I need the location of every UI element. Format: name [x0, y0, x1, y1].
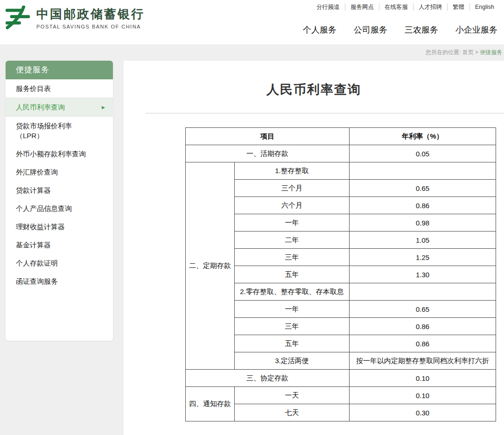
- main-content: 人民币利率查询 项目 年利率（%） 一、活期存款 0.05 二、定期存款 1.整…: [124, 61, 504, 435]
- nav-small-business-services[interactable]: 小企业服务: [455, 24, 497, 35]
- nav-rural-services[interactable]: 三农服务: [405, 24, 438, 35]
- link-service-outlets[interactable]: 服务网点: [345, 3, 379, 11]
- bank-logo[interactable]: 中国邮政储蓄银行 POSTAL SAVINGS BANK OF CHINA: [5, 6, 145, 30]
- rate-cell: 0.86: [350, 335, 496, 352]
- col-header-annual-rate: 年利率（%）: [350, 128, 496, 145]
- utility-links: 分行频道 服务网点 在线客服 人才招聘 繁體 English: [311, 3, 499, 11]
- link-traditional-chinese[interactable]: 繁體: [447, 3, 469, 11]
- nav-personal-services[interactable]: 个人服务: [303, 24, 336, 35]
- sidebar-item-wealth-income-calculator[interactable]: 理财收益计算器: [6, 218, 113, 236]
- rate-cell: [350, 162, 496, 180]
- breadcrumb: 您所在的位置: 首页 > 便捷服务: [426, 44, 502, 61]
- sidebar-item-label: 个人产品信息查询: [16, 204, 72, 212]
- label-cell: 三个月: [235, 180, 350, 197]
- link-branch-channel[interactable]: 分行频道: [311, 3, 345, 11]
- sidebar: 便捷服务 服务价目表 人民币利率查询 ▶ 贷款市场报价利率 （LPR） 外币小额…: [6, 61, 113, 341]
- label-cell: 3.定活两便: [235, 352, 350, 370]
- bank-logo-icon: [5, 6, 32, 30]
- rate-cell: 0.98: [350, 214, 496, 232]
- label-cell: 七天: [235, 404, 350, 421]
- link-recruitment[interactable]: 人才招聘: [413, 3, 447, 11]
- sidebar-item-label: 基金计算器: [16, 241, 51, 249]
- rate-cell: 1.05: [350, 232, 496, 249]
- rate-cell: 0.65: [350, 301, 496, 318]
- sidebar-item-confirmation-query-service[interactable]: 函证查询服务: [6, 272, 113, 290]
- label-cell: 一年: [235, 301, 350, 318]
- rate-cell: 0.65: [350, 180, 496, 197]
- rate-cell: 0.86: [350, 197, 496, 214]
- sidebar-item-service-price-list[interactable]: 服务价目表: [6, 79, 113, 98]
- label-cell: 三年: [235, 318, 350, 335]
- label-cell: 三、协定存款: [186, 370, 350, 387]
- sidebar-item-lpr[interactable]: 贷款市场报价利率 （LPR）: [6, 117, 113, 145]
- chevron-right-icon: ▶: [102, 102, 105, 112]
- sidebar-item-exchange-rate-query[interactable]: 外汇牌价查询: [6, 163, 113, 181]
- link-online-service[interactable]: 在线客服: [379, 3, 413, 11]
- rate-cell: 1.30: [350, 266, 496, 283]
- bank-name-en: POSTAL SAVINGS BANK OF CHINA: [36, 24, 145, 29]
- label-cell: 五年: [235, 335, 350, 352]
- bank-name-cn: 中国邮政储蓄银行: [36, 6, 145, 22]
- rate-table: 项目 年利率（%） 一、活期存款 0.05 二、定期存款 1.整存整取 三个月 …: [185, 127, 496, 421]
- sidebar-item-label: 理财收益计算器: [16, 223, 65, 231]
- table-header-row: 项目 年利率（%）: [186, 128, 496, 145]
- sidebar-item-loan-calculator[interactable]: 贷款计算器: [6, 181, 113, 199]
- label-cell: 二年: [235, 232, 350, 249]
- rate-cell: 按一年以内定期整存整取同档次利率打六折: [350, 352, 496, 370]
- category-cell: 二、定期存款: [186, 162, 235, 370]
- sidebar-item-label: 服务价目表: [16, 84, 51, 92]
- sidebar-item-label: 人民币利率查询: [16, 103, 65, 111]
- rate-cell: 0.10: [350, 370, 496, 387]
- nav-corporate-services[interactable]: 公司服务: [354, 24, 387, 35]
- table-row: 一、活期存款 0.05: [186, 145, 496, 162]
- sidebar-item-label: 外币小额存款利率查询: [16, 150, 86, 158]
- rate-cell: [350, 283, 496, 301]
- label-cell: 六个月: [235, 197, 350, 214]
- label-cell: 三年: [235, 249, 350, 266]
- sidebar-item-label: 贷款市场报价利率 （LPR）: [16, 122, 72, 140]
- sidebar-item-label: 函证查询服务: [16, 277, 58, 285]
- rate-cell: 0.10: [350, 387, 496, 404]
- title-divider: [146, 113, 504, 113]
- rate-cell: 0.30: [350, 404, 496, 421]
- label-cell: 一年: [235, 214, 350, 232]
- label-cell: 五年: [235, 266, 350, 283]
- rate-cell: 0.86: [350, 318, 496, 335]
- label-cell: 1.整存整取: [235, 162, 350, 180]
- bank-logo-text: 中国邮政储蓄银行 POSTAL SAVINGS BANK OF CHINA: [36, 6, 145, 29]
- table-row: 四、通知存款 一天 0.10: [186, 387, 496, 404]
- rate-cell: 1.25: [350, 249, 496, 266]
- page-title: 人民币利率查询: [124, 61, 504, 98]
- table-row: 三、协定存款 0.10: [186, 370, 496, 387]
- sidebar-title: 便捷服务: [6, 61, 113, 79]
- category-cell: 四、通知存款: [186, 387, 235, 421]
- sidebar-item-rmb-rate-query[interactable]: 人民币利率查询 ▶: [6, 98, 113, 117]
- link-english[interactable]: English: [469, 3, 499, 11]
- breadcrumb-separator: >: [474, 49, 480, 56]
- main-nav: 个人服务 公司服务 三农服务 小企业服务: [303, 24, 497, 35]
- label-cell: 2.零存整取、整存零取、存本取息: [235, 283, 350, 301]
- sidebar-item-foreign-currency-deposit-rate[interactable]: 外币小额存款利率查询: [6, 145, 113, 163]
- table-row: 二、定期存款 1.整存整取: [186, 162, 496, 180]
- breadcrumb-home-link[interactable]: 首页: [462, 49, 474, 56]
- breadcrumb-current: 便捷服务: [480, 49, 502, 56]
- breadcrumb-prefix: 您所在的位置:: [426, 49, 462, 56]
- rate-cell: 0.05: [350, 145, 496, 162]
- sidebar-item-label: 贷款计算器: [16, 186, 51, 194]
- sidebar-item-personal-deposit-certificate[interactable]: 个人存款证明: [6, 254, 113, 272]
- label-cell: 一天: [235, 387, 350, 404]
- sidebar-item-fund-calculator[interactable]: 基金计算器: [6, 236, 113, 254]
- sidebar-item-label: 个人存款证明: [16, 259, 58, 267]
- col-header-item: 项目: [186, 128, 350, 145]
- breadcrumb-bar: 您所在的位置: 首页 > 便捷服务: [0, 44, 504, 61]
- sidebar-item-label: 外汇牌价查询: [16, 168, 58, 176]
- label-cell: 一、活期存款: [186, 145, 350, 162]
- sidebar-item-personal-product-info[interactable]: 个人产品信息查询: [6, 199, 113, 218]
- header: 中国邮政储蓄银行 POSTAL SAVINGS BANK OF CHINA 分行…: [0, 0, 504, 44]
